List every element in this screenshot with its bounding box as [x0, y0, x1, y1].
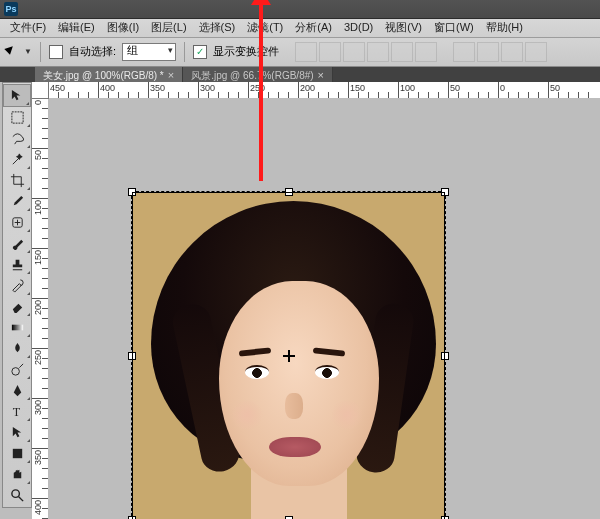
align-hcenter-button[interactable] — [391, 42, 413, 62]
transform-handle-ml[interactable] — [128, 352, 136, 360]
menu-file[interactable]: 文件(F) — [4, 21, 52, 34]
menu-window[interactable]: 窗口(W) — [428, 21, 480, 34]
menu-edit[interactable]: 编辑(E) — [52, 21, 101, 34]
menu-filter[interactable]: 滤镜(T) — [241, 21, 289, 34]
transform-handle-tl[interactable] — [128, 188, 136, 196]
brush-tool[interactable] — [3, 233, 31, 254]
menu-layer[interactable]: 图层(L) — [145, 21, 192, 34]
svg-point-6 — [11, 490, 19, 498]
dodge-tool[interactable] — [3, 359, 31, 380]
heal-tool[interactable] — [3, 212, 31, 233]
tool-preset-dropdown-icon[interactable]: ▼ — [24, 47, 32, 57]
distribute-3-button[interactable] — [501, 42, 523, 62]
transform-handle-tr[interactable] — [441, 188, 449, 196]
menu-select[interactable]: 选择(S) — [193, 21, 242, 34]
marquee-tool[interactable] — [3, 107, 31, 128]
annotation-arrow-icon — [259, 3, 263, 181]
blur-tool[interactable] — [3, 338, 31, 359]
distribute-group — [453, 42, 547, 62]
align-group — [295, 42, 437, 62]
wand-tool[interactable] — [3, 149, 31, 170]
auto-select-checkbox[interactable] — [49, 45, 63, 59]
svg-rect-2 — [11, 325, 22, 331]
align-top-button[interactable] — [295, 42, 317, 62]
eraser-tool[interactable] — [3, 296, 31, 317]
align-bottom-button[interactable] — [343, 42, 365, 62]
menu-image[interactable]: 图像(I) — [101, 21, 145, 34]
close-tab-icon[interactable]: × — [318, 69, 324, 82]
work-area: T 45040035030025020015010050050 05010015… — [0, 82, 600, 519]
path-select-tool[interactable] — [3, 422, 31, 443]
show-transform-label: 显示变换控件 — [213, 45, 279, 58]
auto-select-dropdown[interactable]: 组 — [122, 43, 176, 61]
transform-bounding-box[interactable] — [131, 191, 446, 519]
pen-tool[interactable] — [3, 380, 31, 401]
shape-tool[interactable] — [3, 443, 31, 464]
menu-bar: 文件(F) 编辑(E) 图像(I) 图层(L) 选择(S) 滤镜(T) 分析(A… — [0, 19, 600, 38]
transform-handle-mr[interactable] — [441, 352, 449, 360]
move-tool-icon — [6, 45, 20, 59]
document-canvas[interactable] — [133, 193, 444, 519]
distribute-2-button[interactable] — [477, 42, 499, 62]
document-tab-label: 美女.jpg @ 100%(RGB/8) * — [43, 70, 164, 82]
align-vcenter-button[interactable] — [319, 42, 341, 62]
menu-view[interactable]: 视图(V) — [379, 21, 428, 34]
svg-rect-5 — [12, 449, 21, 458]
lasso-tool[interactable] — [3, 128, 31, 149]
auto-select-value: 组 — [127, 44, 138, 56]
history-brush-tool[interactable] — [3, 275, 31, 296]
image-content — [133, 193, 444, 519]
horizontal-ruler[interactable]: 45040035030025020015010050050 — [32, 82, 600, 99]
show-transform-checkbox[interactable]: ✓ — [193, 45, 207, 59]
distribute-4-button[interactable] — [525, 42, 547, 62]
transform-handle-tc[interactable] — [285, 188, 293, 196]
gradient-tool[interactable] — [3, 317, 31, 338]
separator — [40, 42, 41, 62]
align-right-button[interactable] — [415, 42, 437, 62]
title-bar: Ps — [0, 0, 600, 19]
align-left-button[interactable] — [367, 42, 389, 62]
crop-tool[interactable] — [3, 170, 31, 191]
distribute-1-button[interactable] — [453, 42, 475, 62]
menu-help[interactable]: 帮助(H) — [480, 21, 529, 34]
eyedropper-tool[interactable] — [3, 191, 31, 212]
svg-text:T: T — [12, 405, 20, 419]
menu-analysis[interactable]: 分析(A) — [289, 21, 338, 34]
auto-select-label: 自动选择: — [69, 45, 116, 58]
stamp-tool[interactable] — [3, 254, 31, 275]
zoom-tool[interactable] — [3, 485, 31, 506]
close-tab-icon[interactable]: × — [168, 69, 174, 82]
toolbox: T — [2, 82, 32, 508]
move-tool[interactable] — [3, 84, 31, 107]
svg-rect-0 — [11, 112, 22, 123]
separator — [184, 42, 185, 62]
svg-point-3 — [11, 368, 19, 376]
ruler-origin[interactable] — [32, 82, 49, 99]
menu-3d[interactable]: 3D(D) — [338, 21, 379, 34]
canvas-area[interactable] — [48, 98, 600, 519]
type-tool[interactable]: T — [3, 401, 31, 422]
hand-tool[interactable] — [3, 464, 31, 485]
vertical-ruler[interactable]: 050100150200250300350400 — [32, 98, 49, 519]
options-bar: ▼ 自动选择: 组 ✓ 显示变换控件 — [0, 38, 600, 67]
transform-center-icon[interactable] — [283, 350, 295, 362]
document-tab-label: 风景.jpg @ 66.7%(RGB/8#) — [191, 70, 313, 82]
app-logo-icon: Ps — [4, 2, 18, 16]
